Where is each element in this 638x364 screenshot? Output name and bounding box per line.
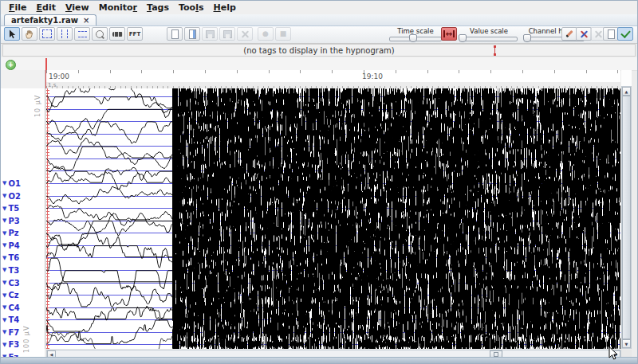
channel-dropdown-icon[interactable]: ▼ — [2, 292, 6, 298]
time-scale-thumb[interactable] — [409, 34, 417, 42]
value-scale-thumb[interactable] — [459, 34, 467, 42]
new-page-button[interactable] — [167, 27, 183, 41]
blank-page-icon — [171, 29, 179, 39]
zoom-button[interactable] — [92, 27, 108, 41]
hypnogram-strip: (no tags to display in the hypnogram) — [2, 44, 636, 57]
tab-artefakty1-raw[interactable]: artefakty1.raw × — [4, 14, 96, 25]
scroll-up-button[interactable]: ▲ — [622, 87, 631, 96]
menu-help[interactable]: Help — [209, 2, 241, 13]
remove-x-icon — [594, 29, 603, 38]
column-select-button[interactable] — [57, 27, 73, 41]
add-montage-button[interactable]: + — [6, 60, 16, 70]
row-select-icon — [78, 31, 87, 37]
menu-tools[interactable]: Tools — [174, 2, 209, 13]
fit-width-button[interactable]: ↔ — [441, 27, 457, 41]
tag-tools-button[interactable] — [576, 27, 592, 41]
vertical-scrollbar[interactable]: ▲ ▼ — [621, 86, 632, 349]
channel-label-f7[interactable]: ▼F7 — [2, 328, 19, 336]
channel-dropdown-icon[interactable]: ▼ — [2, 181, 6, 186]
save-as-button[interactable] — [219, 27, 235, 41]
save-icon — [206, 30, 215, 38]
channel-label-cz[interactable]: ▼Cz — [2, 292, 19, 299]
menu-monitor[interactable]: Monitor — [94, 2, 142, 13]
timeline-ruler[interactable]: 19:00 19:10 — [46, 70, 620, 83]
channel-label-o1[interactable]: ▼O1 — [2, 179, 21, 187]
channel-label-c3[interactable]: ▼C3 — [2, 279, 20, 287]
channel-dropdown-icon[interactable]: ▼ — [2, 255, 6, 260]
document-icon — [608, 29, 615, 39]
menu-tags[interactable]: Tags — [142, 2, 174, 13]
fft-icon: FFT — [129, 31, 140, 37]
app-window: File Edit View Monitor Tags Tools Help a… — [0, 0, 638, 364]
channel-label-pz[interactable]: ▼Pz — [2, 229, 19, 237]
check-icon — [620, 28, 631, 38]
channel-dropdown-icon[interactable]: ▼ — [2, 243, 6, 249]
channel-label-c4[interactable]: ▼C4 — [2, 303, 20, 311]
cursor-arrow-icon — [8, 29, 16, 39]
record-icon: ● — [262, 30, 269, 37]
pan-hand-button[interactable] — [22, 27, 37, 41]
save-button[interactable] — [202, 27, 218, 41]
hand-icon — [25, 29, 34, 39]
channel-dropdown-icon[interactable]: ▼ — [2, 194, 6, 199]
channel-dropdown-icon[interactable]: ▼ — [2, 268, 6, 273]
hypnogram-marker[interactable] — [493, 45, 497, 56]
channel-dropdown-icon[interactable]: ▼ — [2, 342, 6, 347]
channel-label-t6[interactable]: ▼T6 — [2, 254, 19, 262]
menu-view[interactable]: View — [61, 2, 94, 13]
scroll-down-button[interactable]: ▼ — [622, 339, 631, 348]
row-select-button[interactable] — [74, 27, 90, 41]
record-button[interactable]: ● — [258, 27, 274, 41]
filter-toggle-button[interactable] — [617, 27, 633, 41]
channel-label-t5[interactable]: ▼T5 — [2, 205, 19, 213]
pencil-icon — [565, 30, 573, 37]
tab-title: artefakty1.raw — [11, 16, 78, 25]
seconds-ruler: 1 s — [46, 82, 620, 88]
page-signal-icon — [189, 29, 196, 39]
channel-label-t3[interactable]: ▼T3 — [2, 266, 19, 274]
channel-dropdown-icon[interactable]: ▼ — [2, 230, 6, 236]
column-select-icon — [61, 29, 68, 38]
value-scale-bottom-label: 100 µV — [23, 319, 30, 353]
tag-strip: + — [1, 57, 637, 71]
select-cursor-button[interactable] — [4, 27, 20, 41]
time-scale-slider[interactable]: Time scale — [388, 26, 443, 43]
menubar: File Edit View Monitor Tags Tools Help — [1, 1, 637, 15]
edit-tag-button[interactable] — [561, 27, 577, 41]
close-document-button[interactable] — [237, 27, 253, 41]
channel-label-f3[interactable]: ▼F3 — [2, 341, 19, 349]
value-scale-slider[interactable]: Value scale — [459, 26, 519, 43]
close-x-icon — [241, 29, 250, 38]
channel-dropdown-icon[interactable]: ▼ — [2, 330, 6, 335]
seconds-ruler-label: 1 s — [48, 82, 56, 88]
menu-file[interactable]: File — [4, 2, 32, 13]
rect-select-button[interactable] — [39, 27, 55, 41]
tab-close-icon[interactable]: × — [83, 17, 89, 25]
stop-button[interactable]: ■ — [275, 27, 291, 41]
channel-dropdown-icon[interactable]: ▼ — [2, 305, 6, 311]
vertical-scroll-thumb[interactable] — [622, 96, 631, 339]
channel-dropdown-icon[interactable]: ▼ — [2, 317, 6, 323]
channel-label-t4[interactable]: ▼T4 — [2, 316, 19, 324]
fit-width-icon: ↔ — [443, 30, 455, 37]
page-signal-button[interactable] — [184, 27, 200, 41]
stop-icon: ■ — [280, 30, 287, 37]
channel-dropdown-icon[interactable]: ▼ — [2, 280, 6, 286]
channel-label-p3[interactable]: ▼P3 — [2, 217, 20, 225]
channel-dropdown-icon[interactable]: ▼ — [2, 205, 6, 211]
document-button[interactable] — [603, 27, 619, 41]
save-as-icon — [223, 30, 232, 38]
menu-edit[interactable]: Edit — [32, 2, 61, 13]
channel-dropdown-icon[interactable]: ▼ — [2, 218, 6, 224]
signal-canvas[interactable] — [46, 88, 620, 349]
channel-label-p4[interactable]: ▼P4 — [2, 241, 20, 249]
ruler-button[interactable] — [109, 27, 125, 41]
fft-button[interactable]: FFT — [127, 27, 143, 41]
channel-label-o2[interactable]: ▼O2 — [2, 192, 21, 200]
channel-height-thumb[interactable] — [523, 34, 531, 42]
value-scale-track[interactable] — [460, 37, 518, 41]
channel-labels: ▼O1▼O2▼T5▼P3▼Pz▼P4▼T6▼T3▼C3▼Cz▼C4▼T4▼F7▼… — [1, 88, 45, 349]
magnifier-icon — [96, 30, 104, 38]
toolbar: FFT ● ■ Time scale ↔ Value scale Channel… — [1, 25, 637, 44]
rect-select-icon — [42, 29, 52, 38]
